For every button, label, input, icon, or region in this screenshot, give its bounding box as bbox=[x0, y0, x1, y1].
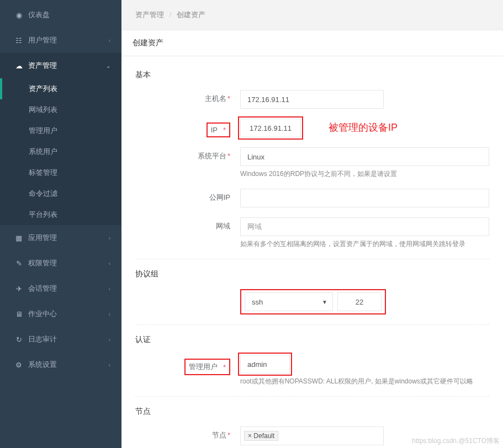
sidebar-sub-platform-list[interactable]: 平台列表 bbox=[0, 204, 121, 225]
section-basic: 基本 bbox=[135, 70, 489, 80]
label-ip: IP* bbox=[135, 119, 240, 137]
sidebar-sub-domain-list[interactable]: 网域列表 bbox=[0, 99, 121, 120]
sidebar-sub-admin-user[interactable]: 管理用户 bbox=[0, 120, 121, 141]
sidebar-item-perms[interactable]: ✎ 权限管理 ‹ bbox=[0, 250, 121, 276]
grid-icon: ▦ bbox=[14, 234, 24, 242]
chevron-left-icon: ‹ bbox=[109, 260, 110, 266]
breadcrumb-sep: / bbox=[170, 10, 172, 19]
section-node: 节点 bbox=[135, 407, 489, 417]
cog-icon: ⚙ bbox=[14, 361, 24, 369]
label-hostname: 主机名* bbox=[135, 90, 240, 104]
help-platform: Windows 2016的RDP协议与之前不同，如果是请设置 bbox=[240, 169, 489, 179]
label-public-ip: 公网IP bbox=[135, 189, 240, 202]
sidebar-item-label: 会话管理 bbox=[28, 284, 57, 294]
breadcrumb: 资产管理 / 创建资产 bbox=[121, 0, 503, 30]
plane-icon: ✈ bbox=[14, 285, 24, 293]
chevron-left-icon: ‹ bbox=[109, 38, 110, 44]
sidebar-item-assets[interactable]: ☁ 资产管理 ⌄ bbox=[0, 53, 121, 78]
label-node: 节点* bbox=[135, 426, 240, 440]
sidebar-item-audit[interactable]: ↻ 日志审计 ‹ bbox=[0, 327, 121, 352]
sidebar-item-label: 日志审计 bbox=[28, 334, 57, 344]
sidebar-sub-cmd-filter[interactable]: 命令过滤 bbox=[0, 183, 121, 204]
chevron-left-icon: ‹ bbox=[109, 235, 110, 241]
protocol-select[interactable]: ssh bbox=[245, 292, 333, 311]
sidebar-item-label: 仪表盘 bbox=[28, 10, 50, 20]
main-content: 资产管理 / 创建资产 创建资产 基本 主机名* IP* bbox=[121, 0, 503, 448]
panel: 创建资产 基本 主机名* IP* 被管理的设备IP bbox=[121, 30, 503, 448]
public-ip-input[interactable] bbox=[240, 189, 489, 207]
monitor-icon: 🖥 bbox=[14, 310, 24, 318]
label-domain: 网域 bbox=[135, 217, 240, 231]
sidebar: ◉ 仪表盘 ☷ 用户管理 ‹ ☁ 资产管理 ⌄ 资产列表 网域列表 管理用户 系… bbox=[0, 0, 121, 448]
chevron-down-icon: ⌄ bbox=[106, 63, 110, 69]
edit-icon: ✎ bbox=[14, 259, 24, 268]
sidebar-sub-asset-list[interactable]: 资产列表 bbox=[0, 78, 121, 99]
node-tag-default[interactable]: × Default bbox=[244, 431, 278, 441]
help-admin-user: root或其他拥有NOPASSWD: ALL权限的用户, 如果是windows或… bbox=[240, 377, 489, 386]
section-protocol: 协议组 bbox=[135, 269, 489, 279]
port-input[interactable] bbox=[337, 292, 382, 311]
cloud-icon: ☁ bbox=[14, 62, 24, 70]
label-platform: 系统平台* bbox=[135, 147, 240, 161]
users-icon: ☷ bbox=[14, 36, 24, 45]
platform-select[interactable] bbox=[240, 147, 489, 166]
sidebar-item-users[interactable]: ☷ 用户管理 ‹ bbox=[0, 28, 121, 53]
sidebar-item-label: 用户管理 bbox=[28, 35, 57, 45]
history-icon: ↻ bbox=[14, 335, 24, 344]
hostname-input[interactable] bbox=[240, 90, 384, 109]
divider bbox=[135, 396, 489, 397]
breadcrumb-parent[interactable]: 资产管理 bbox=[135, 10, 164, 19]
dashboard-icon: ◉ bbox=[14, 11, 24, 19]
chevron-left-icon: ‹ bbox=[109, 286, 110, 292]
sidebar-item-label: 应用管理 bbox=[28, 233, 57, 243]
sidebar-sub-tags[interactable]: 标签管理 bbox=[0, 162, 121, 183]
sidebar-item-label: 权限管理 bbox=[28, 258, 57, 268]
help-domain: 如果有多个的互相隔离的网络，设置资产属于的网域，使用网域网关跳转登录 bbox=[240, 239, 489, 249]
sidebar-item-apps[interactable]: ▦ 应用管理 ‹ bbox=[0, 225, 121, 250]
sidebar-item-settings[interactable]: ⚙ 系统设置 ‹ bbox=[0, 352, 121, 377]
ip-input[interactable] bbox=[240, 119, 301, 137]
sidebar-item-sessions[interactable]: ✈ 会话管理 ‹ bbox=[0, 276, 121, 301]
divider bbox=[135, 324, 489, 325]
chevron-left-icon: ‹ bbox=[109, 311, 110, 317]
sidebar-item-label: 系统设置 bbox=[28, 360, 57, 370]
sidebar-sub-system-user[interactable]: 系统用户 bbox=[0, 141, 121, 162]
sidebar-item-label: 资产管理 bbox=[28, 61, 57, 71]
label-admin-user: 管理用户* bbox=[135, 355, 240, 375]
domain-select[interactable] bbox=[240, 217, 489, 236]
panel-title: 创建资产 bbox=[121, 30, 503, 56]
node-select[interactable]: × Default bbox=[240, 426, 384, 445]
chevron-left-icon: ‹ bbox=[109, 362, 110, 368]
chevron-left-icon: ‹ bbox=[109, 337, 110, 343]
annotation-ip: 被管理的设备IP bbox=[329, 121, 398, 134]
breadcrumb-current: 创建资产 bbox=[177, 10, 205, 19]
watermark: https:blog.csdn.@51CTO博客 bbox=[412, 436, 500, 446]
admin-user-select[interactable] bbox=[240, 355, 290, 374]
sidebar-item-jobs[interactable]: 🖥 作业中心 ‹ bbox=[0, 301, 121, 327]
sidebar-item-label: 作业中心 bbox=[28, 309, 57, 319]
section-auth: 认证 bbox=[135, 335, 489, 345]
sidebar-item-dashboard[interactable]: ◉ 仪表盘 bbox=[0, 2, 121, 28]
sidebar-submenu-assets: 资产列表 网域列表 管理用户 系统用户 标签管理 命令过滤 平台列表 bbox=[0, 78, 121, 225]
divider bbox=[135, 259, 489, 259]
